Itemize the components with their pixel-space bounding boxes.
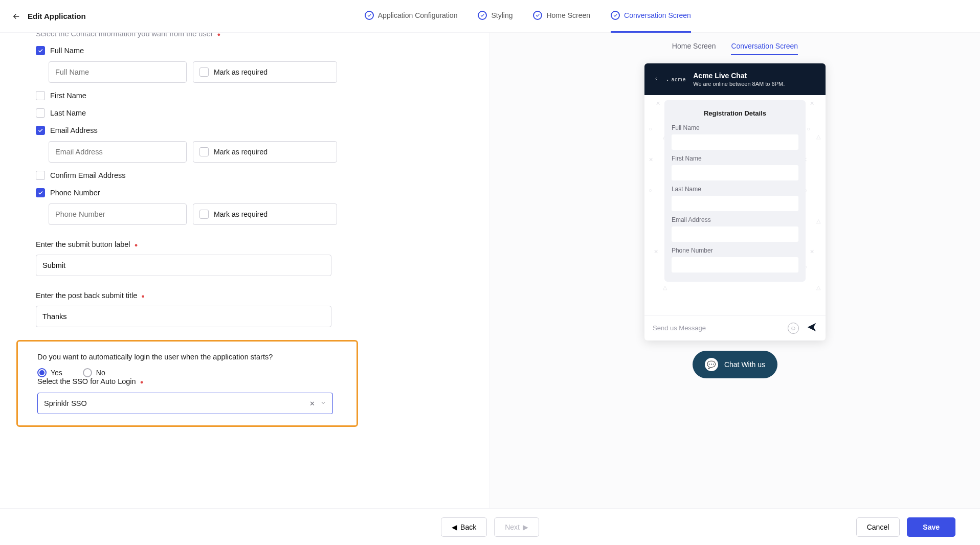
- button-label: Back: [460, 523, 476, 531]
- check-circle-icon: [365, 11, 374, 20]
- postback-label: Enter the post back submit title ●: [36, 291, 474, 300]
- radio-label: No: [96, 369, 105, 377]
- radio-label: Yes: [51, 369, 62, 377]
- cancel-button[interactable]: Cancel: [856, 517, 900, 537]
- radio-yes[interactable]: Yes: [37, 368, 62, 377]
- postback-input[interactable]: [36, 306, 331, 327]
- sso-select[interactable]: Sprinklr SSO ✕: [37, 393, 333, 414]
- preview-panel: Home Screen Conversation Screen ⬩ acme A…: [490, 33, 980, 508]
- footer-bar: ◀ Back Next ▶ Cancel Save: [0, 508, 980, 545]
- reg-first-name-input[interactable]: [672, 165, 798, 180]
- app-header: Edit Application Application Configurati…: [0, 0, 980, 33]
- next-button[interactable]: Next ▶: [494, 517, 539, 537]
- sso-select-label: Select the SSO for Auto Login ●: [37, 377, 337, 385]
- send-icon[interactable]: [806, 322, 817, 334]
- tab-label: Application Configuration: [378, 11, 458, 19]
- check-circle-icon: [478, 11, 487, 20]
- submit-label-input[interactable]: [36, 255, 331, 276]
- checkbox-icon: [36, 171, 45, 180]
- phone-input[interactable]: [49, 203, 187, 225]
- phone-logo: ⬩ acme: [666, 77, 686, 82]
- tab-label: Styling: [491, 11, 513, 19]
- full-name-input[interactable]: [49, 61, 187, 83]
- save-button[interactable]: Save: [907, 517, 955, 537]
- radio-icon: [37, 368, 47, 377]
- checkbox-phone[interactable]: Phone Number: [36, 188, 474, 197]
- triangle-left-icon: ◀: [452, 523, 457, 531]
- emoji-icon[interactable]: ☺: [788, 323, 799, 334]
- checkbox-label: Email Address: [50, 126, 98, 134]
- tab-app-config[interactable]: Application Configuration: [365, 0, 458, 33]
- select-value: Sprinklr SSO: [44, 399, 87, 407]
- chat-pill-label: Chat With us: [724, 360, 765, 369]
- full-name-required-toggle[interactable]: Mark as required: [193, 61, 337, 83]
- button-label: Save: [923, 523, 940, 531]
- checkbox-label: Full Name: [50, 47, 84, 55]
- email-input[interactable]: [49, 141, 187, 163]
- reg-field-label: Phone Number: [672, 247, 798, 254]
- tab-home-screen[interactable]: Home Screen: [533, 0, 590, 33]
- phone-subtitle: We are online between 8AM to 6PM.: [693, 81, 785, 87]
- checkbox-icon: [199, 67, 209, 77]
- reg-email-input[interactable]: [672, 226, 798, 242]
- check-circle-icon: [533, 11, 542, 20]
- form-panel: Select the Contact Information you want …: [0, 33, 490, 508]
- submit-label-label: Enter the submit button label ●: [36, 240, 474, 248]
- checkbox-icon: [199, 147, 209, 156]
- section-label-contact: Select the Contact Information you want …: [36, 33, 474, 38]
- auto-login-question: Do you want to automatically login the u…: [37, 353, 337, 361]
- checkbox-icon: [36, 91, 45, 100]
- phone-message-bar: Send us Message ☺: [644, 315, 826, 340]
- tab-label: Conversation Screen: [624, 11, 691, 19]
- radio-no[interactable]: No: [83, 368, 105, 377]
- reg-full-name-input[interactable]: [672, 134, 798, 150]
- clear-icon[interactable]: ✕: [309, 400, 315, 407]
- reg-field-label: First Name: [672, 155, 798, 162]
- checkbox-label: First Name: [50, 92, 86, 100]
- phone-header: ⬩ acme Acme Live Chat We are online betw…: [644, 63, 826, 95]
- radio-icon: [83, 368, 92, 377]
- back-arrow-icon[interactable]: [10, 10, 23, 22]
- reg-field-label: Last Name: [672, 186, 798, 193]
- reg-last-name-input[interactable]: [672, 196, 798, 211]
- chevron-down-icon: [320, 399, 326, 407]
- email-required-toggle[interactable]: Mark as required: [193, 141, 337, 163]
- checkbox-icon: [36, 188, 45, 197]
- checkbox-icon: [36, 126, 45, 135]
- phone-required-toggle[interactable]: Mark as required: [193, 203, 337, 225]
- preview-tab-conversation[interactable]: Conversation Screen: [731, 38, 798, 55]
- registration-card: Registration Details Full Name First Nam…: [664, 100, 806, 282]
- button-label: Next: [505, 523, 520, 531]
- checkbox-first-name[interactable]: First Name: [36, 91, 474, 100]
- tab-styling[interactable]: Styling: [478, 0, 513, 33]
- phone-preview: ⬩ acme Acme Live Chat We are online betw…: [644, 63, 826, 340]
- mark-label: Mark as required: [214, 148, 268, 156]
- preview-tab-home[interactable]: Home Screen: [672, 38, 716, 55]
- chat-with-us-button[interactable]: 💬 Chat With us: [693, 351, 777, 378]
- auto-login-highlighted-section: Do you want to automatically login the u…: [16, 340, 358, 427]
- check-circle-icon: [611, 11, 620, 20]
- mark-label: Mark as required: [214, 68, 268, 76]
- checkbox-confirm-email[interactable]: Confirm Email Address: [36, 171, 474, 180]
- tab-label: Home Screen: [546, 11, 590, 19]
- triangle-right-icon: ▶: [523, 523, 528, 531]
- checkbox-full-name[interactable]: Full Name: [36, 46, 474, 55]
- checkbox-icon: [36, 108, 45, 118]
- reg-field-label: Full Name: [672, 124, 798, 131]
- checkbox-icon: [199, 210, 209, 219]
- checkbox-label: Phone Number: [50, 189, 100, 197]
- mark-label: Mark as required: [214, 210, 268, 218]
- tab-conversation-screen[interactable]: Conversation Screen: [611, 0, 691, 33]
- reg-phone-input[interactable]: [672, 257, 798, 272]
- reg-card-title: Registration Details: [672, 109, 798, 117]
- page-title: Edit Application: [28, 12, 86, 20]
- checkbox-label: Confirm Email Address: [50, 171, 125, 179]
- reg-field-label: Email Address: [672, 216, 798, 223]
- message-input[interactable]: Send us Message: [653, 324, 788, 332]
- checkbox-icon: [36, 46, 45, 55]
- phone-back-icon[interactable]: [654, 75, 659, 84]
- checkbox-email[interactable]: Email Address: [36, 126, 474, 135]
- button-label: Cancel: [867, 523, 889, 531]
- checkbox-last-name[interactable]: Last Name: [36, 108, 474, 118]
- back-button[interactable]: ◀ Back: [441, 517, 487, 537]
